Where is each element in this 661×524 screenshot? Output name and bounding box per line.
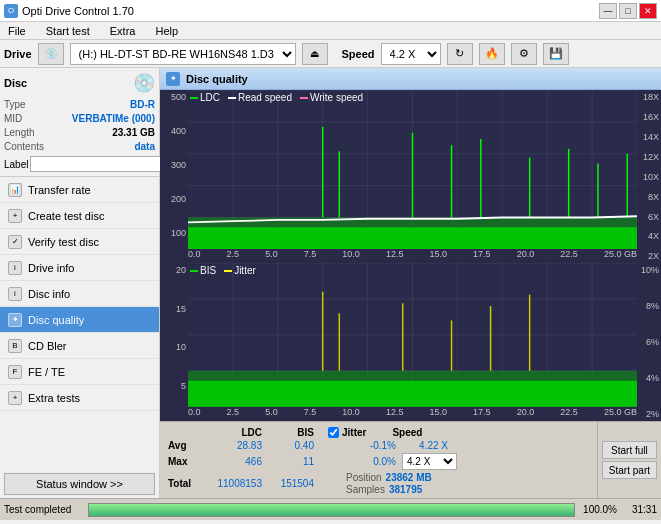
y-axis-right-top: 18X 16X 14X 12X 10X 8X 6X 4X 2X <box>637 90 661 263</box>
speed-header: Speed <box>372 427 422 438</box>
max-label: Max <box>168 456 200 467</box>
svg-marker-26 <box>188 227 637 249</box>
samples-label: Samples <box>346 484 385 495</box>
sidebar-item-disc-quality[interactable]: ✦ Disc quality <box>0 307 159 333</box>
disc-contents-row: Contents data <box>4 140 155 154</box>
ldc-header: LDC <box>202 427 262 438</box>
disc-label-row: Label ⚙ <box>4 156 155 172</box>
nav-label-transfer-rate: Transfer rate <box>28 184 91 196</box>
disc-contents-label: Contents <box>4 140 44 154</box>
disc-label-label: Label <box>4 159 28 170</box>
disc-type-label: Type <box>4 98 26 112</box>
menu-help[interactable]: Help <box>151 25 182 37</box>
sidebar-item-extra-tests[interactable]: + Extra tests <box>0 385 159 411</box>
title-bar-left: O Opti Drive Control 1.70 <box>4 4 134 18</box>
menu-extra[interactable]: Extra <box>106 25 140 37</box>
read-speed-legend-color <box>228 97 236 99</box>
quality-title: Disc quality <box>186 73 248 85</box>
status-text: Test completed <box>4 504 84 515</box>
nav-label-disc-quality: Disc quality <box>28 314 84 326</box>
jitter-header-label: Jitter <box>342 427 366 438</box>
legend-read-speed: Read speed <box>228 92 292 103</box>
samples-value: 381795 <box>389 484 422 495</box>
sidebar-item-cd-bler[interactable]: B CD Bler <box>0 333 159 359</box>
stats-headers: LDC BIS Jitter Speed <box>168 426 589 439</box>
transfer-rate-icon: 📊 <box>8 183 22 197</box>
speed-dropdown[interactable]: 4.2 X <box>402 453 457 470</box>
start-part-button[interactable]: Start part <box>602 461 657 479</box>
drive-bar: Drive 💿 (H:) HL-DT-ST BD-RE WH16NS48 1.D… <box>0 40 661 68</box>
chart-legend-top: LDC Read speed Write speed <box>190 92 363 103</box>
title-bar-controls: — □ ✕ <box>599 3 657 19</box>
total-ldc: 11008153 <box>202 478 262 489</box>
legend-write-speed: Write speed <box>300 92 363 103</box>
create-disc-icon: + <box>8 209 22 223</box>
stats-total-row: Total 11008153 151504 Position 23862 MB … <box>168 471 589 496</box>
fe-te-icon: F <box>8 365 22 379</box>
nav-label-verify-test-disc: Verify test disc <box>28 236 99 248</box>
save-button[interactable]: 💾 <box>543 43 569 65</box>
close-button[interactable]: ✕ <box>639 3 657 19</box>
refresh-button[interactable]: ↻ <box>447 43 473 65</box>
write-speed-legend-color <box>300 97 308 99</box>
start-full-button[interactable]: Start full <box>602 441 657 459</box>
nav-label-fe-te: FE / TE <box>28 366 65 378</box>
eject-button[interactable]: ⏏ <box>302 43 328 65</box>
disc-length-label: Length <box>4 126 35 140</box>
max-ldc: 466 <box>202 456 262 467</box>
nav-label-drive-info: Drive info <box>28 262 74 274</box>
disc-quality-icon: ✦ <box>8 313 22 327</box>
nav-label-create-test-disc: Create test disc <box>28 210 104 222</box>
stats-action-buttons: Start full Start part <box>597 422 661 498</box>
chart-svg-top <box>188 90 637 249</box>
maximize-button[interactable]: □ <box>619 3 637 19</box>
disc-contents-value: data <box>134 140 155 154</box>
nav-label-disc-info: Disc info <box>28 288 70 300</box>
stats-container: LDC BIS Jitter Speed Avg 28.83 0.40 -0.1… <box>160 421 661 498</box>
progress-area: Test completed 100.0% 31:31 <box>0 498 661 520</box>
extra-tests-icon: + <box>8 391 22 405</box>
x-axis-top: 0.0 2.5 5.0 7.5 10.0 12.5 15.0 17.5 20.0… <box>188 249 637 263</box>
bottom-chart: BIS Jitter 20 15 10 5 10% 8% 6% 4% <box>160 263 661 421</box>
drive-label: Drive <box>4 48 32 60</box>
sidebar-item-transfer-rate[interactable]: 📊 Transfer rate <box>0 177 159 203</box>
y-axis-right-bottom: 10% 8% 6% 4% 2% <box>637 263 661 421</box>
disc-mid-row: MID VERBATIMe (000) <box>4 112 155 126</box>
legend-ldc: LDC <box>190 92 220 103</box>
status-window-button[interactable]: Status window >> <box>4 473 155 495</box>
disc-header: Disc 💿 <box>4 72 155 94</box>
speed-select[interactable]: 4.2 X <box>381 43 441 65</box>
avg-label: Avg <box>168 440 200 451</box>
sidebar: Disc 💿 Type BD-R MID VERBATIMe (000) Len… <box>0 68 160 498</box>
minimize-button[interactable]: — <box>599 3 617 19</box>
sidebar-item-verify-test-disc[interactable]: ✓ Verify test disc <box>0 229 159 255</box>
total-bis: 151504 <box>264 478 314 489</box>
jitter-checkbox[interactable] <box>328 427 339 438</box>
stats-avg-row: Avg 28.83 0.40 -0.1% 4.22 X <box>168 439 589 452</box>
menu-bar: File Start test Extra Help <box>0 22 661 40</box>
nav-label-extra-tests: Extra tests <box>28 392 80 404</box>
progress-bar-wrapper <box>88 503 575 517</box>
disc-mid-value: VERBATIMe (000) <box>72 112 155 126</box>
burn-icon: 🔥 <box>479 43 505 65</box>
sidebar-item-drive-info[interactable]: i Drive info <box>0 255 159 281</box>
cd-bler-icon: B <box>8 339 22 353</box>
menu-file[interactable]: File <box>4 25 30 37</box>
position-samples: Position 23862 MB Samples 381795 <box>346 472 432 495</box>
settings-icon: ⚙ <box>511 43 537 65</box>
max-jitter: 0.0% <box>346 456 396 467</box>
speed-stats-label: 4.2 X <box>402 453 457 470</box>
sidebar-item-disc-info[interactable]: i Disc info <box>0 281 159 307</box>
disc-type-row: Type BD-R <box>4 98 155 112</box>
menu-start-test[interactable]: Start test <box>42 25 94 37</box>
disc-label-input[interactable] <box>30 156 163 172</box>
drive-select[interactable]: (H:) HL-DT-ST BD-RE WH16NS48 1.D3 <box>70 43 296 65</box>
ldc-legend-color <box>190 97 198 99</box>
sidebar-item-create-test-disc[interactable]: + Create test disc <box>0 203 159 229</box>
quality-panel-header: ✦ Disc quality <box>160 68 661 90</box>
sidebar-item-fe-te[interactable]: F FE / TE <box>0 359 159 385</box>
app-title: Opti Drive Control 1.70 <box>22 5 134 17</box>
x-axis-bottom: 0.0 2.5 5.0 7.5 10.0 12.5 15.0 17.5 20.0… <box>188 407 637 421</box>
max-bis: 11 <box>264 456 314 467</box>
y-axis-left-bottom: 20 15 10 5 <box>160 263 188 421</box>
